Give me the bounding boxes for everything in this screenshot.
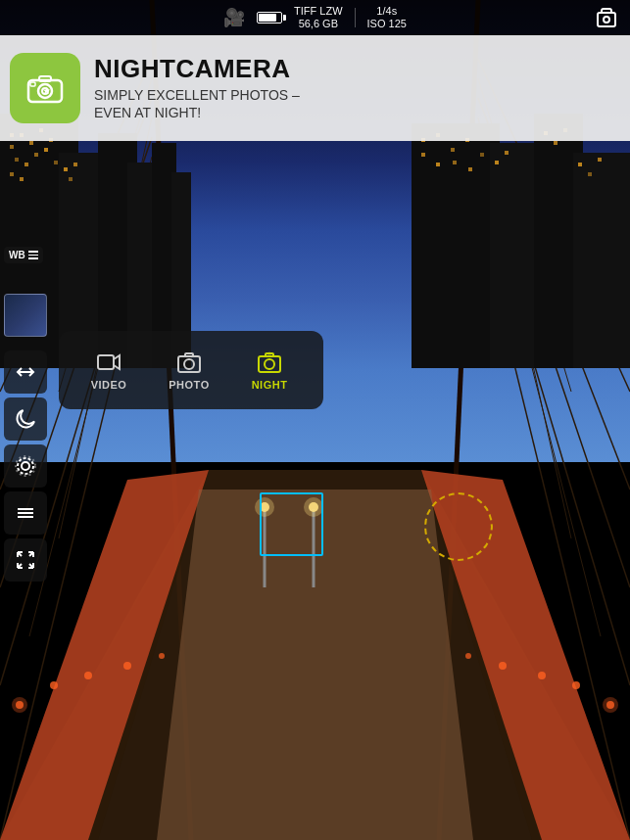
svg-text:★: ★: [42, 85, 51, 96]
wb-lines-icon: [28, 251, 38, 259]
svg-point-78: [159, 653, 165, 659]
wb-label: WB: [9, 250, 25, 260]
separator: [355, 8, 356, 27]
svg-point-82: [538, 672, 546, 679]
iso-label: ISO 125: [367, 18, 407, 29]
svg-point-86: [604, 17, 609, 23]
format-info: TIFF LZW 56,6 GB: [294, 5, 343, 30]
night-mode-select-label: NIGHT: [252, 379, 288, 391]
battery-indicator: [257, 12, 282, 23]
night-mode-button[interactable]: [4, 397, 47, 441]
battery-fill: [259, 14, 276, 22]
svg-point-74: [12, 697, 27, 713]
svg-rect-90: [39, 76, 51, 81]
mode-selector: VIDEO PHOTO NIGHT: [59, 331, 323, 409]
photo-mode-label: PHOTO: [169, 379, 209, 391]
exposure-info: 1/4s ISO 125: [367, 5, 407, 30]
video-mode-icon: [96, 350, 121, 375]
promo-icon-box: ★: [10, 53, 80, 123]
expand-button[interactable]: [4, 538, 47, 582]
video-mode-button[interactable]: VIDEO: [69, 336, 149, 404]
svg-point-93: [22, 462, 29, 470]
svg-point-75: [50, 681, 58, 689]
photo-mode-button[interactable]: PHOTO: [149, 336, 229, 404]
last-photo-thumbnail[interactable]: [4, 294, 47, 337]
promo-banner: ★ NIGHTCAMERA SIMPLY EXCELLENT PHOTOS –E…: [0, 35, 630, 141]
night-mode-select-button[interactable]: NIGHT: [229, 336, 310, 404]
camera-brand-icon: ★: [24, 67, 67, 110]
video-mode-label: VIDEO: [91, 379, 127, 391]
svg-point-115: [265, 359, 274, 369]
svg-point-113: [184, 359, 194, 369]
camera-mode-icon: 🎥: [223, 7, 245, 28]
shutter-label: 1/4s: [376, 5, 397, 17]
menu-button[interactable]: [4, 491, 47, 535]
svg-point-94: [18, 458, 33, 474]
stabilize-button[interactable]: [4, 444, 47, 488]
photo-mode-icon: [176, 350, 202, 375]
svg-point-76: [84, 672, 92, 679]
svg-point-83: [499, 662, 507, 670]
wb-badge[interactable]: WB: [4, 247, 43, 263]
night-mode-select-icon: [257, 350, 282, 375]
format-label: TIFF LZW: [294, 5, 343, 17]
svg-rect-91: [30, 82, 35, 86]
storage-label: 56,6 GB: [299, 18, 338, 29]
top-status-bar: 🎥 TIFF LZW 56,6 GB 1/4s ISO 125: [0, 0, 630, 35]
svg-point-73: [16, 701, 24, 709]
flip-direction-button[interactable]: [4, 350, 47, 394]
svg-point-84: [465, 653, 471, 659]
svg-rect-85: [598, 13, 615, 26]
focus-box[interactable]: [260, 492, 323, 556]
svg-point-80: [603, 697, 618, 713]
flip-camera-button[interactable]: [595, 6, 618, 33]
svg-rect-111: [98, 355, 114, 369]
sidebar-controls: [4, 350, 47, 582]
promo-text-block: NIGHTCAMERA SIMPLY EXCELLENT PHOTOS –EVE…: [94, 55, 612, 122]
promo-subtitle: SIMPLY EXCELLENT PHOTOS –EVEN AT NIGHT!: [94, 86, 612, 121]
exposure-circle[interactable]: [424, 492, 493, 561]
svg-point-79: [606, 701, 614, 709]
battery-bar: [257, 12, 282, 23]
svg-point-77: [123, 662, 131, 670]
svg-point-81: [572, 681, 580, 689]
promo-title: NIGHTCAMERA: [94, 55, 612, 83]
